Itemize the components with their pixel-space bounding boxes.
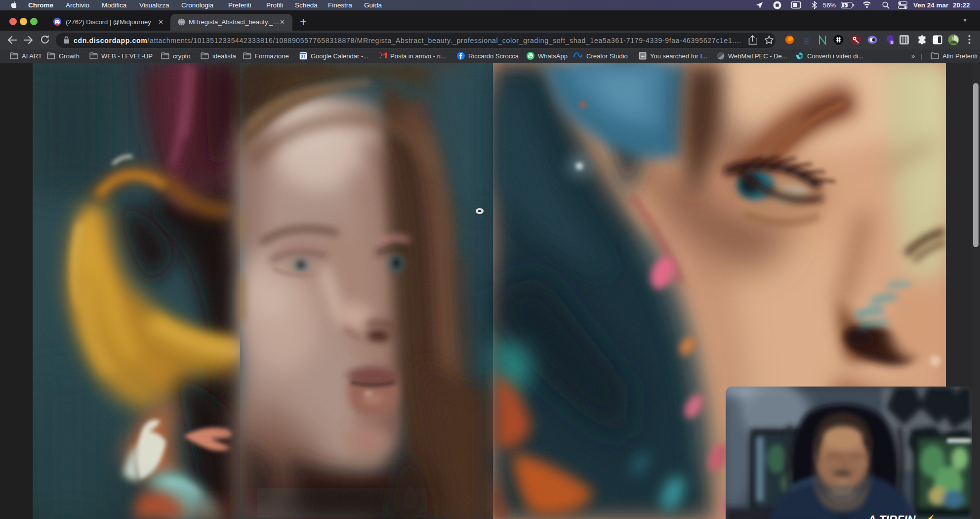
svg-text:31: 31 (301, 54, 306, 59)
svg-text:⚡: ⚡ (925, 514, 937, 519)
svg-text:5: 5 (891, 40, 893, 45)
svg-text:A TIRFIN: A TIRFIN (867, 514, 916, 519)
